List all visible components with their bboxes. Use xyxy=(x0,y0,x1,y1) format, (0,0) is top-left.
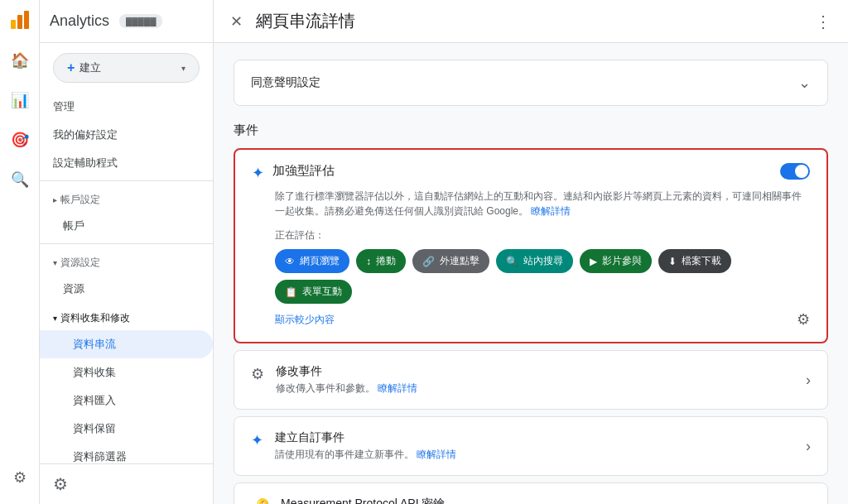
consent-card: 同意聲明設定 ⌄ xyxy=(234,60,828,106)
chip-video[interactable]: ▶ 影片參與 xyxy=(580,249,652,273)
chip-form[interactable]: 📋 表單互動 xyxy=(275,280,352,304)
chart-icon[interactable]: 📊 xyxy=(3,84,36,117)
sidebar: Analytics ▓▓▓▓▓ + 建立 ▾ 管理 我的偏好設定 設定輔助程式 … xyxy=(40,0,214,504)
measurement-protocol-title: Measurement Protocol API 密鑰 xyxy=(281,497,806,504)
target-icon[interactable]: 🎯 xyxy=(3,123,36,156)
chip-page-view-label: 網頁瀏覽 xyxy=(300,254,340,268)
enhanced-toggle[interactable] xyxy=(780,163,810,180)
more-options-icon[interactable]: ⋮ xyxy=(815,12,831,31)
custom-events-content: 建立自訂事件 請使用現有的事件建立新事件。 瞭解詳情 xyxy=(275,430,806,462)
sidebar-settings: ⚙ xyxy=(40,463,213,504)
chip-page-view[interactable]: 👁 網頁瀏覽 xyxy=(275,249,349,273)
sparkle-icon: ✦ xyxy=(252,164,264,182)
custom-events-desc: 請使用現有的事件建立新事件。 瞭解詳情 xyxy=(275,448,806,462)
icon-strip: 🏠 📊 🎯 🔍 ⚙ xyxy=(0,0,40,504)
measurement-protocol-icon: 🔑 xyxy=(251,497,269,504)
sidebar-item-data-import[interactable]: 資料匯入 xyxy=(40,386,213,415)
enhanced-title: 加強型評估 xyxy=(272,163,780,179)
eye-icon: 👁 xyxy=(285,256,295,267)
modify-events-learn-more[interactable]: 瞭解詳情 xyxy=(378,382,417,394)
close-icon[interactable]: ✕ xyxy=(230,12,243,31)
main-panel: ✕ 網頁串流詳情 ⋮ 同意聲明設定 ⌄ 事件 ✦ 加強型評估 除了進行標準瀏覽器 xyxy=(214,0,848,504)
account-pill: ▓▓▓▓▓ xyxy=(119,14,162,28)
consent-card-header[interactable]: 同意聲明設定 ⌄ xyxy=(234,60,827,105)
resource-section-label: 資源設定 xyxy=(60,256,100,270)
sidebar-item-account[interactable]: 帳戶 xyxy=(40,212,213,240)
consent-chevron-icon: ⌄ xyxy=(798,74,811,92)
chip-outbound-label: 外連點擊 xyxy=(440,254,479,268)
list-item-measurement-protocol[interactable]: 🔑 Measurement Protocol API 密鑰 建立 API 密鑰即… xyxy=(234,482,828,504)
account-section-header[interactable]: ▸ 帳戶設定 xyxy=(40,185,213,212)
sidebar-item-data-retention[interactable]: 資料保留 xyxy=(40,415,213,443)
analytics-logo xyxy=(8,8,31,34)
create-label: 建立 xyxy=(80,60,181,75)
chip-scroll[interactable]: ↕ 捲動 xyxy=(356,249,406,273)
panel-title: 網頁串流詳情 xyxy=(256,10,815,32)
svg-rect-0 xyxy=(11,20,16,29)
list-item-modify-events[interactable]: ⚙ 修改事件 修改傳入事件和參數。 瞭解詳情 › xyxy=(234,350,828,410)
account-section-label: 帳戶設定 xyxy=(60,193,100,207)
data-section-label: 資料收集和修改 xyxy=(60,311,130,325)
chip-search[interactable]: 🔍 站內搜尋 xyxy=(496,249,573,273)
sidebar-body: 管理 我的偏好設定 設定輔助程式 ▸ 帳戶設定 帳戶 ▾ 資源設定 資源 ▾ 資… xyxy=(40,93,213,463)
enhanced-header: ✦ 加強型評估 xyxy=(252,163,810,182)
chip-video-label: 影片參與 xyxy=(602,254,642,268)
modify-events-desc: 修改傳入事件和參數。 瞭解詳情 xyxy=(276,382,806,396)
enhanced-desc: 除了進行標準瀏覽器評估以外，這自動評估網站上的互動和內容。連結和內嵌影片等網頁上… xyxy=(275,189,810,218)
custom-events-title: 建立自訂事件 xyxy=(275,430,806,445)
create-button[interactable]: + 建立 ▾ xyxy=(53,53,200,83)
modify-events-title: 修改事件 xyxy=(276,364,806,379)
sidebar-item-data-filter[interactable]: 資料篩選器 xyxy=(40,443,213,463)
search-chip-icon: 🔍 xyxy=(506,256,518,267)
download-icon: ⬇ xyxy=(668,256,677,267)
sidebar-item-resource[interactable]: 資源 xyxy=(40,275,213,303)
content-area: 同意聲明設定 ⌄ 事件 ✦ 加強型評估 除了進行標準瀏覽器評估以外，這自動評估網… xyxy=(214,43,848,504)
chip-scroll-label: 捲動 xyxy=(376,254,396,268)
settings-icon-strip[interactable]: ⚙ xyxy=(3,461,36,494)
settings-icon-sidebar[interactable]: ⚙ xyxy=(53,474,200,494)
chip-download-label: 檔案下載 xyxy=(682,254,721,268)
sidebar-item-preferences[interactable]: 我的偏好設定 xyxy=(40,121,213,149)
sidebar-item-data-collection[interactable]: 資料收集 xyxy=(40,358,213,386)
svg-rect-1 xyxy=(17,15,22,29)
sidebar-header: Analytics ▓▓▓▓▓ xyxy=(40,0,213,43)
svg-rect-2 xyxy=(24,11,29,29)
assessing-label: 正在評估： xyxy=(275,228,810,242)
data-section-header[interactable]: ▾ 資料收集和修改 xyxy=(40,303,213,330)
scroll-icon: ↕ xyxy=(366,256,371,267)
tracking-chips: 👁 網頁瀏覽 ↕ 捲動 🔗 外連點擊 🔍 站內搜尋 ▶ 影片參與 xyxy=(275,249,810,273)
chip-outbound[interactable]: 🔗 外連點擊 xyxy=(412,249,489,273)
chip-form-label: 表單互動 xyxy=(302,285,342,299)
enhanced-card: ✦ 加強型評估 除了進行標準瀏覽器評估以外，這自動評估網站上的互動和內容。連結和… xyxy=(234,148,828,343)
custom-events-arrow-icon: › xyxy=(806,438,811,455)
link-icon: 🔗 xyxy=(422,256,435,267)
custom-events-icon: ✦ xyxy=(251,431,263,449)
enhanced-footer: 顯示較少內容 ⚙ xyxy=(275,310,810,329)
consent-card-title: 同意聲明設定 xyxy=(251,75,798,90)
form-icon: 📋 xyxy=(285,286,297,298)
sidebar-item-manage[interactable]: 管理 xyxy=(40,93,213,121)
custom-events-learn-more[interactable]: 瞭解詳情 xyxy=(417,449,456,460)
modify-events-icon: ⚙ xyxy=(251,365,264,383)
chip-search-label: 站內搜尋 xyxy=(523,254,563,268)
events-section-title: 事件 xyxy=(234,116,828,148)
show-less-link[interactable]: 顯示較少內容 xyxy=(275,313,335,327)
enhanced-learn-more-link[interactable]: 瞭解詳情 xyxy=(531,205,571,217)
app-title: Analytics xyxy=(50,12,109,30)
panel-header: ✕ 網頁串流詳情 ⋮ xyxy=(214,0,848,43)
enhanced-settings-icon[interactable]: ⚙ xyxy=(797,310,810,329)
list-item-custom-events[interactable]: ✦ 建立自訂事件 請使用現有的事件建立新事件。 瞭解詳情 › xyxy=(234,416,828,476)
chip-download[interactable]: ⬇ 檔案下載 xyxy=(658,249,731,273)
modify-events-content: 修改事件 修改傳入事件和參數。 瞭解詳情 xyxy=(276,364,806,396)
modify-events-arrow-icon: › xyxy=(806,372,811,389)
resource-section-header[interactable]: ▾ 資源設定 xyxy=(40,247,213,275)
measurement-protocol-content: Measurement Protocol API 密鑰 建立 API 密鑰即可透… xyxy=(281,497,806,504)
search-icon[interactable]: 🔍 xyxy=(3,163,36,196)
sidebar-item-data-stream[interactable]: 資料串流 xyxy=(40,330,213,358)
home-icon[interactable]: 🏠 xyxy=(3,44,36,77)
play-icon: ▶ xyxy=(590,256,597,267)
sidebar-item-setup-assistant[interactable]: 設定輔助程式 xyxy=(40,149,213,177)
